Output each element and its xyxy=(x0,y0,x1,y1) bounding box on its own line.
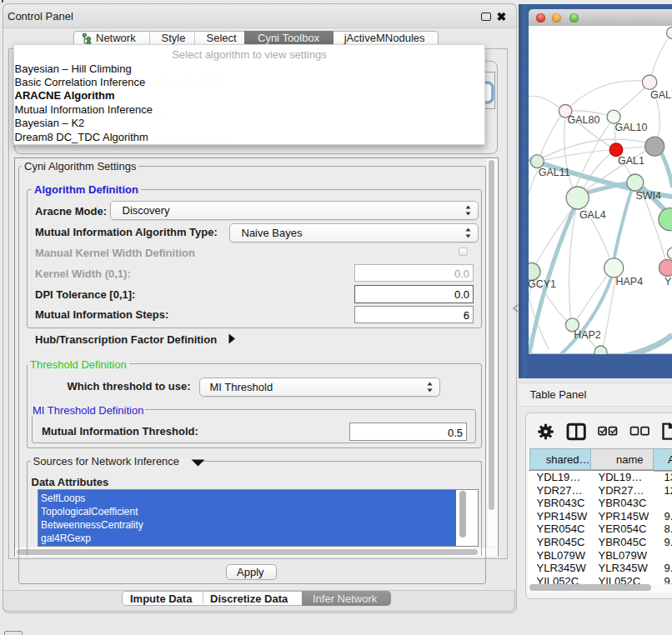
svg-text:SWI4: SWI4 xyxy=(635,190,661,202)
svg-text:GCY1: GCY1 xyxy=(529,278,556,290)
svg-text:GAL4: GAL4 xyxy=(579,209,605,221)
svg-text:GAL7: GAL7 xyxy=(649,89,672,101)
svg-text:GAL10: GAL10 xyxy=(614,122,647,133)
svg-text:YM: YM xyxy=(664,276,672,288)
svg-text:HAP4: HAP4 xyxy=(615,276,643,288)
svg-text:HAP2: HAP2 xyxy=(574,329,601,341)
svg-text:GAL1: GAL1 xyxy=(617,155,644,167)
svg-text:GAL80: GAL80 xyxy=(567,114,599,126)
svg-text:GAL11: GAL11 xyxy=(538,167,569,178)
